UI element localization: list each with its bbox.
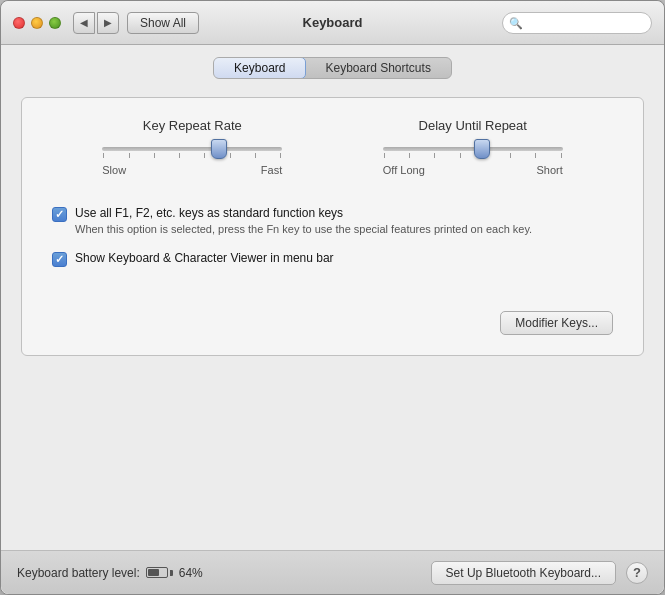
key-repeat-rate-label: Key Repeat Rate: [143, 118, 242, 133]
fn-keys-primary-label: Use all F1, F2, etc. keys as standard fu…: [75, 206, 613, 220]
tick: [434, 153, 435, 158]
character-viewer-row: ✓ Show Keyboard & Character Viewer in me…: [52, 251, 613, 267]
window-title: Keyboard: [303, 15, 363, 30]
tick: [561, 153, 562, 158]
footer: Keyboard battery level: 64% Set Up Bluet…: [1, 550, 664, 594]
delay-labels: Off Long Short: [383, 164, 563, 176]
key-repeat-labels: Slow Fast: [102, 164, 282, 176]
tick: [154, 153, 155, 158]
fn-keys-checkbox[interactable]: ✓: [52, 207, 67, 222]
battery-text-label: Keyboard battery level:: [17, 566, 140, 580]
key-repeat-rate-track: [102, 147, 282, 151]
delay-ticks: [383, 153, 563, 158]
tick: [384, 153, 385, 158]
tick: [409, 153, 410, 158]
key-repeat-ticks: [102, 153, 282, 158]
search-box: 🔍: [502, 12, 652, 34]
checkmark-icon: ✓: [55, 254, 64, 265]
sliders-row: Key Repeat Rate: [52, 118, 613, 176]
help-button[interactable]: ?: [626, 562, 648, 584]
character-viewer-primary-label: Show Keyboard & Character Viewer in menu…: [75, 251, 613, 265]
delay-short-label: Short: [536, 164, 562, 176]
main-content: Key Repeat Rate: [1, 87, 664, 550]
battery-percent-label: 64%: [179, 566, 203, 580]
bluetooth-setup-button[interactable]: Set Up Bluetooth Keyboard...: [431, 561, 616, 585]
checkmark-icon: ✓: [55, 209, 64, 220]
traffic-lights: [13, 17, 61, 29]
delay-until-repeat-group: Delay Until Repeat: [363, 118, 583, 176]
main-window: ◀ ▶ Show All Keyboard 🔍 Keyboard Keyboar…: [0, 0, 665, 595]
character-viewer-checkbox[interactable]: ✓: [52, 252, 67, 267]
modifier-row: Modifier Keys...: [52, 311, 613, 335]
close-button[interactable]: [13, 17, 25, 29]
fn-keys-content: Use all F1, F2, etc. keys as standard fu…: [75, 206, 613, 237]
tick: [103, 153, 104, 158]
battery-body: [146, 567, 168, 578]
delay-off-long-label: Off Long: [383, 164, 425, 176]
tick: [535, 153, 536, 158]
tabs-container: Keyboard Keyboard Shortcuts: [213, 57, 452, 79]
tick: [460, 153, 461, 158]
delay-until-repeat-label: Delay Until Repeat: [419, 118, 527, 133]
show-all-button[interactable]: Show All: [127, 12, 199, 34]
maximize-button[interactable]: [49, 17, 61, 29]
back-button[interactable]: ◀: [73, 12, 95, 34]
forward-button[interactable]: ▶: [97, 12, 119, 34]
tick: [510, 153, 511, 158]
tab-keyboard[interactable]: Keyboard: [213, 57, 306, 79]
search-input[interactable]: [502, 12, 652, 34]
delay-until-repeat-thumb[interactable]: [474, 139, 490, 159]
modifier-keys-button[interactable]: Modifier Keys...: [500, 311, 613, 335]
footer-right: Set Up Bluetooth Keyboard... ?: [431, 561, 648, 585]
battery-status: Keyboard battery level: 64%: [17, 566, 203, 580]
tick: [255, 153, 256, 158]
character-viewer-content: Show Keyboard & Character Viewer in menu…: [75, 251, 613, 265]
key-repeat-slow-label: Slow: [102, 164, 126, 176]
nav-buttons: ◀ ▶: [73, 12, 119, 34]
fn-keys-sub-label: When this option is selected, press the …: [75, 222, 613, 237]
tick: [280, 153, 281, 158]
tick: [129, 153, 130, 158]
key-repeat-fast-label: Fast: [261, 164, 282, 176]
key-repeat-rate-slider-wrap: [102, 147, 282, 158]
tick: [204, 153, 205, 158]
fn-keys-row: ✓ Use all F1, F2, etc. keys as standard …: [52, 206, 613, 237]
tab-keyboard-shortcuts[interactable]: Keyboard Shortcuts: [305, 58, 450, 78]
titlebar: ◀ ▶ Show All Keyboard 🔍: [1, 1, 664, 45]
settings-panel: Key Repeat Rate: [21, 97, 644, 356]
tick: [179, 153, 180, 158]
delay-until-repeat-track: [383, 147, 563, 151]
key-repeat-rate-thumb[interactable]: [211, 139, 227, 159]
key-repeat-rate-group: Key Repeat Rate: [82, 118, 302, 176]
delay-until-repeat-slider-wrap: [383, 147, 563, 158]
battery-fill: [148, 569, 160, 576]
tabs-bar: Keyboard Keyboard Shortcuts: [1, 45, 664, 87]
search-icon: 🔍: [509, 16, 523, 29]
battery-icon: [146, 567, 173, 578]
battery-tip: [170, 570, 173, 576]
checkbox-section: ✓ Use all F1, F2, etc. keys as standard …: [52, 196, 613, 291]
minimize-button[interactable]: [31, 17, 43, 29]
tick: [230, 153, 231, 158]
